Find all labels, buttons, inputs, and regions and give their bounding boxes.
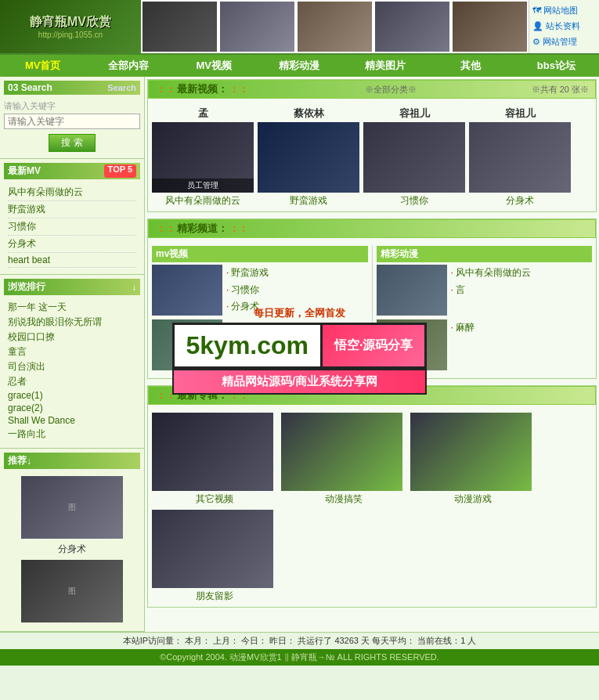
copy-text: ©Copyright 2004. 动漫MV欣赏1 ‖ 静宵瓶→№ ALL RIG… — [160, 652, 439, 662]
special-label-1: 其它视频 — [152, 493, 277, 506]
mv-link-4[interactable]: 分身术 — [8, 238, 36, 249]
banner-4 — [375, 2, 449, 52]
nav-mv-video[interactable]: MV视频 — [171, 55, 257, 77]
nav-all-content[interactable]: 全部内容 — [85, 55, 171, 77]
video-label-2: 野蛮游戏 — [258, 194, 359, 207]
browse-link-6[interactable]: 忍者 — [8, 376, 27, 387]
search-button[interactable]: 搜 索 — [49, 134, 95, 152]
logo-text: 静宵瓶MV欣赏 — [30, 14, 111, 31]
channel-divider — [372, 246, 373, 374]
sidebar: 03 Search Search 请输入关键字 搜 索 最新MV TOP 5 风… — [0, 77, 145, 632]
video-person-2: 蔡依林 — [258, 106, 359, 122]
browse-label: 浏览排行 — [8, 280, 45, 294]
special-label-3: 动漫游戏 — [410, 493, 536, 506]
list-item: 习惯你 — [8, 218, 136, 236]
anime-channel-links: 风中有朵雨做的云 言 — [451, 265, 531, 298]
latest-videos-header: ：： 最新视频： ：： ※全部分类※ ※共有 20 张※ — [148, 80, 596, 99]
special-item-3: 动漫游戏 — [410, 413, 536, 506]
mv-channel-header: mv视频 — [152, 246, 368, 262]
list-item: Shall We Dance — [8, 414, 136, 427]
mv-item-link-1[interactable]: 野蛮游戏 — [226, 265, 269, 282]
browse-link-8[interactable]: grace(2) — [8, 402, 43, 413]
footer-copy: ©Copyright 2004. 动漫MV欣赏1 ‖ 静宵瓶→№ ALL RIG… — [0, 649, 599, 666]
browse-link-9[interactable]: Shall We Dance — [8, 415, 75, 426]
video-thumb-4[interactable] — [469, 122, 571, 193]
mv-channel-item2: 校园口口撩 麻醉 — [152, 319, 368, 370]
video-person-1: 孟 — [152, 106, 254, 122]
anime-item-link-1[interactable]: 风中有朵雨做的云 — [451, 265, 531, 282]
browse-header: 浏览排行 ↓ — [4, 279, 140, 295]
list-item: grace(1) — [8, 389, 136, 402]
admin-link[interactable]: ⚙ 网站管理 — [532, 34, 596, 50]
footer-stats: 本站IP访问量： 本月： 上月： 今日： 昨日： 共运行了 43263 天 每天… — [0, 632, 599, 649]
special-item-1: 其它视频 — [152, 413, 277, 506]
list-item: 童言 — [8, 345, 136, 359]
mv-link-1[interactable]: 风中有朵雨做的云 — [8, 186, 83, 197]
browse-icon: ↓ — [132, 282, 136, 293]
mv-item-link-5[interactable]: 麻醉 — [226, 337, 278, 354]
anime-channel-item: 风中有朵雨做的云 言 — [377, 265, 593, 316]
nav-images[interactable]: 精美图片 — [342, 55, 428, 77]
content-area: ：： 最新视频： ：： ※全部分类※ ※共有 20 张※ 孟 员工管理 风中有朵… — [145, 77, 599, 632]
nav-bbs[interactable]: bbs论坛 — [514, 55, 599, 77]
special-thumb-3[interactable] — [410, 413, 532, 491]
anime-channel-col: 精彩动漫 风中有朵雨做的云 言 麻醉 — [377, 246, 593, 374]
nav-anime[interactable]: 精彩动漫 — [257, 55, 342, 77]
video-thumb-1[interactable]: 员工管理 — [152, 122, 254, 193]
mv-channel-thumb2 — [152, 319, 222, 370]
browse-link-2[interactable]: 别说我的眼泪你无所谓 — [8, 316, 102, 327]
browse-link-1[interactable]: 那一年 这一天 — [8, 301, 67, 312]
latest-mv-label: 最新MV — [8, 164, 41, 178]
dot-left2: ：： — [157, 222, 175, 236]
site-map-link[interactable]: 🗺 网站地图 — [532, 3, 596, 19]
video-label-1: 风中有朵雨做的云 — [152, 194, 254, 207]
mv-link-5[interactable]: heart beat — [8, 254, 50, 265]
video-thumb-3[interactable] — [363, 122, 465, 193]
navbar: MV首页 全部内容 MV视频 精彩动漫 精美图片 其他 bbs论坛 — [0, 55, 599, 77]
search-input[interactable] — [4, 114, 140, 129]
webmaster-link[interactable]: 👤 站长资料 — [532, 19, 596, 34]
header-links: 🗺 网站地图 👤 站长资料 ⚙ 网站管理 — [529, 0, 599, 53]
recommend-label-1: 分身术 — [6, 541, 138, 557]
dot-left3: ：： — [157, 389, 175, 402]
browse-list: 那一年 这一天 别说我的眼泪你无所谓 校园口口撩 童言 司台演出 忍者 grac… — [4, 298, 140, 444]
list-item: 别说我的眼泪你无所谓 — [8, 315, 136, 330]
mv-link-2[interactable]: 野蛮游戏 — [8, 204, 45, 215]
dot-left: ：： — [157, 83, 175, 96]
mv-item-link-3[interactable]: 分身术 — [226, 298, 269, 316]
video-thumb-2[interactable] — [258, 122, 359, 193]
header: 静宵瓶MV欣赏 http://ping.1055.cn 🗺 网站地图 👤 站长资… — [0, 0, 599, 55]
nav-other[interactable]: 其他 — [428, 55, 513, 77]
channels-row: mv视频 野蛮游戏 习惯你 分身术 校园口口 — [148, 242, 596, 378]
list-item: 分身术 — [8, 236, 136, 253]
list-item: 一路向北 — [8, 427, 136, 442]
featured-channels-section: ：： 精彩频道： ：： mv视频 野蛮游戏 习惯你 分身术 — [147, 218, 597, 379]
dot-right: ：： — [229, 83, 248, 96]
featured-channels-header: ：： 精彩频道： ：： — [148, 219, 596, 238]
mv-item-link-2[interactable]: 习惯你 — [226, 282, 269, 299]
anime-channel-header: 精彩动漫 — [377, 246, 593, 262]
video-label-3: 习惯你 — [363, 194, 465, 207]
browse-link-3[interactable]: 校园口口撩 — [8, 331, 55, 342]
anime-channel-item2: 麻醉 — [377, 319, 593, 370]
anime-item-link-3[interactable]: 麻醉 — [451, 319, 475, 337]
mv-link-3[interactable]: 习惯你 — [8, 221, 36, 232]
browse-link-5[interactable]: 司台演出 — [8, 361, 45, 372]
logo-url: http://ping.1055.cn — [38, 31, 103, 39]
special-thumb-4[interactable] — [152, 510, 273, 588]
browse-link-4[interactable]: 童言 — [8, 346, 27, 357]
browse-link-10[interactable]: 一路向北 — [8, 428, 45, 439]
nav-mv-home[interactable]: MV首页 — [0, 55, 85, 77]
special-label-2: 动漫搞笑 — [281, 493, 406, 506]
video-grid: 孟 员工管理 风中有朵雨做的云 蔡依林 野蛮游戏 容祖儿 习 — [148, 103, 596, 211]
list-item: 那一年 这一天 — [8, 300, 136, 315]
special-thumb-2[interactable] — [281, 413, 402, 491]
anime-item-link-2[interactable]: 言 — [451, 282, 531, 299]
mv-item-link-4[interactable]: 校园口口撩 — [226, 319, 278, 337]
list-item: 野蛮游戏 — [8, 201, 136, 218]
anime-channel-links2: 麻醉 — [451, 319, 475, 337]
special-thumb-1[interactable] — [152, 413, 273, 491]
browse-link-7[interactable]: grace(1) — [8, 390, 43, 401]
list-item: heart beat — [8, 253, 136, 268]
video-item-1: 孟 员工管理 风中有朵雨做的云 — [152, 106, 254, 207]
